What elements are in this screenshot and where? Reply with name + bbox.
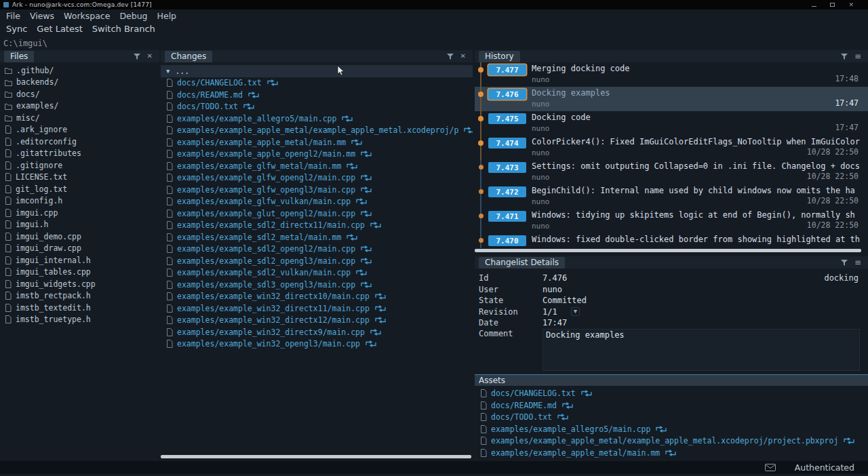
file-tree-item[interactable]: examples/ bbox=[0, 100, 159, 113]
file-tree-item[interactable]: .gitignore bbox=[0, 159, 159, 172]
filter-icon[interactable] bbox=[134, 54, 140, 60]
changelist-details-tab[interactable]: Changelist Details bbox=[479, 257, 565, 269]
history-entry[interactable]: 7.473 Settings: omit outputing Collapsed… bbox=[475, 160, 868, 184]
file-tree-item[interactable]: LICENSE.txt bbox=[0, 172, 159, 184]
asset-row[interactable]: examples/example_apple_metal/example_app… bbox=[475, 435, 868, 448]
maximize-button[interactable] bbox=[830, 2, 835, 8]
commit-time: 17:47 bbox=[835, 98, 859, 108]
changed-file-row[interactable]: examples/example_apple_metal/main.mm bbox=[161, 136, 473, 148]
commit-time: 10/28 22:50 bbox=[807, 147, 859, 157]
file-tree-item[interactable]: imstb_textedit.h bbox=[0, 302, 159, 314]
changed-file-row[interactable]: examples/example_sdl2_opengl3/main.cpp bbox=[161, 255, 473, 267]
changed-file-row[interactable]: examples/example_glfw_metal/main.mm bbox=[161, 160, 473, 172]
history-horizontal-scrollbar[interactable] bbox=[475, 249, 861, 252]
file-tree-item[interactable]: imconfig.h bbox=[0, 195, 159, 207]
panel-menu-icon[interactable]: ≡ bbox=[854, 53, 861, 60]
filter-icon[interactable] bbox=[841, 54, 848, 60]
file-name: docs/ bbox=[16, 90, 40, 99]
history-tab[interactable]: History bbox=[479, 51, 520, 62]
changed-file-row[interactable]: examples/example_apple_metal/example_app… bbox=[161, 125, 473, 137]
changed-file-row[interactable]: docs/TODO.txt bbox=[161, 101, 473, 113]
changed-file-row[interactable]: examples/example_win32_directx12/main.cp… bbox=[161, 315, 473, 327]
file-tree-item[interactable]: imgui_tables.cpp bbox=[0, 266, 159, 279]
file-tree-item[interactable]: imgui.h bbox=[0, 219, 159, 231]
changed-file-row[interactable]: examples/example_glfw_opengl3/main.cpp bbox=[161, 184, 473, 196]
filter-icon[interactable] bbox=[841, 260, 848, 266]
changes-tab[interactable]: Changes bbox=[165, 51, 212, 62]
file-tree-item[interactable]: .gitattributes bbox=[0, 148, 159, 160]
history-entry[interactable]: 7.477 Merging docking code nuno 17:48 bbox=[475, 62, 868, 87]
expander-icon[interactable]: ▼ bbox=[166, 68, 170, 75]
minimize-button[interactable] bbox=[812, 2, 816, 8]
changed-file-row[interactable]: examples/example_glfw_opengl2/main.cpp bbox=[161, 172, 473, 184]
sync-button[interactable]: Sync bbox=[6, 24, 27, 34]
file-tree-item[interactable]: imstb_truetype.h bbox=[0, 314, 159, 326]
asset-row[interactable]: examples/example_allegro5/main.cpp bbox=[475, 423, 868, 435]
changed-file-row[interactable]: examples/example_sdl3_opengl3/main.cpp bbox=[161, 279, 473, 291]
file-tree-item[interactable]: imgui_demo.cpp bbox=[0, 231, 159, 243]
file-tree-item[interactable]: git_log.txt bbox=[0, 183, 159, 195]
file-tree-item[interactable]: .ark_ignore bbox=[0, 124, 159, 136]
history-entry[interactable]: 7.471 Windows: tidying up skipitems logi… bbox=[475, 209, 868, 233]
comment-field[interactable]: Docking examples bbox=[542, 329, 860, 371]
changed-file-row[interactable]: examples/example_sdl2_directx11/main.cpp bbox=[161, 220, 473, 232]
file-tree-item[interactable]: misc/ bbox=[0, 112, 159, 124]
checked-out-sync-icon bbox=[664, 449, 677, 457]
close-button[interactable]: ✕ bbox=[848, 2, 854, 8]
history-entry[interactable]: 7.474 ColorPicker4(): Fixed ImGuiColorEd… bbox=[475, 136, 868, 160]
changed-file-row[interactable]: examples/example_win32_directx10/main.cp… bbox=[161, 291, 473, 303]
changed-file-path: examples/example_glfw_metal/main.mm bbox=[177, 161, 341, 171]
auth-status: Authenticated bbox=[795, 462, 854, 473]
changed-file-row[interactable]: examples/example_sdl2_metal/main.mm bbox=[161, 231, 473, 243]
changes-horizontal-scrollbar[interactable] bbox=[161, 455, 471, 458]
changed-file-row[interactable]: examples/example_sdl2_vulkan/main.cpp bbox=[161, 267, 473, 279]
menu-debug[interactable]: Debug bbox=[119, 11, 147, 21]
changed-file-row[interactable]: examples/example_glut_opengl2/main.cpp bbox=[161, 207, 473, 220]
file-tree-item[interactable]: .github/ bbox=[0, 64, 159, 77]
changed-file-row[interactable]: docs/CHANGELOG.txt bbox=[161, 77, 473, 90]
switch-branch-button[interactable]: Switch Branch bbox=[92, 24, 155, 34]
asset-row[interactable]: examples/example_apple_metal/main.mm bbox=[475, 447, 868, 459]
menu-views[interactable]: Views bbox=[30, 11, 54, 21]
file-tree-item[interactable]: imstb_rectpack.h bbox=[0, 290, 159, 302]
file-tree-item[interactable]: imgui_internal.h bbox=[0, 254, 159, 266]
history-entry[interactable]: 7.472 BeginChild(): Internal name used b… bbox=[475, 184, 868, 209]
history-entry[interactable]: 7.476 Docking examples nuno 17:47 bbox=[475, 87, 868, 111]
changed-file-row[interactable]: examples/example_sdl2_opengl2/main.cpp bbox=[161, 243, 473, 256]
history-entry[interactable]: 7.475 Docking code nuno 17:47 bbox=[475, 111, 868, 136]
changed-file-row[interactable]: examples/example_win32_directx11/main.cp… bbox=[161, 302, 473, 315]
commit-time: 10/28 22:50 bbox=[807, 220, 859, 230]
changed-file-row[interactable]: examples/example_allegro5/main.cpp bbox=[161, 113, 473, 125]
file-tree-item[interactable]: backends/ bbox=[0, 77, 159, 89]
file-tree-item[interactable]: .editorconfig bbox=[0, 136, 159, 148]
changes-root-row[interactable]: ▼ ... bbox=[161, 65, 473, 77]
changed-file-row[interactable]: examples/example_win32_opengl3/main.cpp bbox=[161, 338, 473, 351]
changed-file-row[interactable]: docs/README.md bbox=[161, 89, 473, 101]
close-panel-icon[interactable]: ✕ bbox=[460, 53, 466, 60]
files-tab[interactable]: Files bbox=[4, 51, 34, 62]
menu-help[interactable]: Help bbox=[157, 11, 177, 21]
history-entry[interactable]: 7.470 Windows: fixed double-clicked bord… bbox=[475, 233, 868, 248]
changed-file-path: examples/example_win32_directx10/main.cp… bbox=[177, 292, 370, 301]
revision-dropdown[interactable]: ▼ bbox=[571, 307, 580, 316]
filter-icon[interactable] bbox=[447, 54, 454, 60]
file-tree-item[interactable]: imgui.cpp bbox=[0, 207, 159, 219]
branch-graph-dot bbox=[478, 140, 484, 146]
changed-file-row[interactable]: examples/example_glfw_vulkan/main.cpp bbox=[161, 196, 473, 208]
menu-file[interactable]: File bbox=[6, 11, 20, 21]
file-tree-item[interactable]: imgui_widgets.cpp bbox=[0, 278, 159, 290]
asset-row[interactable]: docs/CHANGELOG.txt bbox=[475, 388, 868, 400]
menu-workspace[interactable]: Workspace bbox=[64, 11, 110, 21]
file-tree-item[interactable]: imgui_draw.cpp bbox=[0, 243, 159, 255]
asset-row[interactable]: docs/TODO.txt bbox=[475, 412, 868, 424]
changed-file-row[interactable]: examples/example_apple_opengl2/main.mm bbox=[161, 148, 473, 161]
changed-file-row[interactable]: examples/example_win32_directx9/main.cpp bbox=[161, 326, 473, 338]
changed-file-path: docs/TODO.txt bbox=[177, 102, 238, 111]
get-latest-button[interactable]: Get Latest bbox=[37, 24, 82, 34]
details-fields: Id 7.476 docking User nuno State Committ… bbox=[475, 269, 868, 371]
file-tree-item[interactable]: docs/ bbox=[0, 88, 159, 100]
close-panel-icon[interactable]: ✕ bbox=[147, 53, 153, 60]
asset-row[interactable]: docs/README.md bbox=[475, 399, 868, 412]
changed-file-path: examples/example_sdl2_directx11/main.cpp bbox=[177, 220, 365, 230]
panel-menu-icon[interactable]: ≡ bbox=[854, 259, 861, 266]
